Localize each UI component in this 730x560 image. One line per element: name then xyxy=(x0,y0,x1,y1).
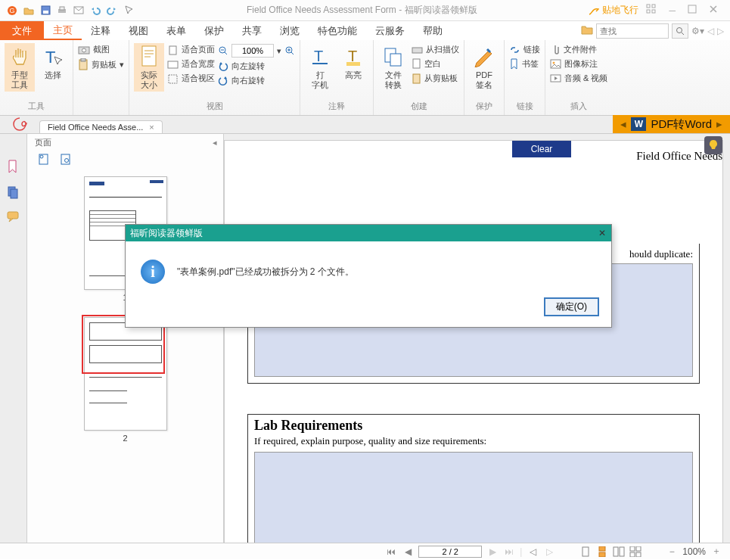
clipboard-button[interactable]: 剪贴板 ▾ xyxy=(78,58,124,71)
svg-rect-20 xyxy=(168,61,178,68)
minimize-icon[interactable]: ─ xyxy=(669,5,676,16)
quick-access-toolbar: G xyxy=(0,5,135,17)
thumb-grid-icon[interactable] xyxy=(38,153,49,167)
image-stamp-button[interactable]: 图像标注 xyxy=(550,58,607,70)
clear-button[interactable]: Clear xyxy=(512,141,571,157)
document-view[interactable]: Clear Field Office Needs hould duplicate… xyxy=(224,134,730,543)
open-icon[interactable] xyxy=(23,5,35,17)
page-input[interactable] xyxy=(418,546,482,558)
thumb-2[interactable]: 2 xyxy=(84,317,167,443)
paste-fly-button[interactable]: 贴地飞行 xyxy=(589,4,638,17)
last-page-icon[interactable]: ⏭ xyxy=(503,546,515,558)
typewriter-button[interactable]: T 打 字机 xyxy=(305,43,335,92)
save-icon[interactable] xyxy=(39,5,51,17)
single-page-icon[interactable] xyxy=(579,546,592,558)
pdf-sign-button[interactable]: PDF 签名 xyxy=(469,43,499,92)
tab-browse[interactable]: 浏览 xyxy=(271,21,309,40)
zoom-controls[interactable]: ▾ xyxy=(218,43,295,58)
svg-rect-48 xyxy=(630,546,635,551)
continuous-facing-icon[interactable] xyxy=(629,546,641,558)
nav-fwd-icon[interactable]: ▷ xyxy=(543,546,555,558)
facing-icon[interactable] xyxy=(613,546,625,558)
link-button[interactable]: 链接 xyxy=(509,43,540,56)
actual-size-button[interactable]: 实际 大小 xyxy=(134,43,164,92)
window-controls: ─ xyxy=(646,4,730,17)
doc-tab[interactable]: Field Office Needs Asse... × xyxy=(39,120,163,133)
redo-icon[interactable] xyxy=(106,5,118,17)
bookmarks-icon[interactable] xyxy=(7,160,20,173)
lab-text: If required, explain purpose, quality an… xyxy=(254,435,693,447)
svg-text:T: T xyxy=(348,48,357,64)
svg-rect-25 xyxy=(312,63,328,64)
select-tool-button[interactable]: T 选择 xyxy=(38,43,68,82)
svg-text:T: T xyxy=(314,48,323,64)
tab-feature[interactable]: 特色功能 xyxy=(309,21,366,40)
bookmark-button[interactable]: 书签 xyxy=(509,58,540,70)
group-create: 文件 转换 从扫描仪 空白 从剪贴板 创建 xyxy=(374,40,464,115)
fit-page-button[interactable]: 适合页面 xyxy=(167,43,215,56)
pages-icon[interactable] xyxy=(7,185,20,199)
highlight-button[interactable]: T 高亮 xyxy=(338,43,368,82)
fit-width-button[interactable]: 适合宽度 xyxy=(167,58,215,70)
fit-visible-button[interactable]: 适合视区 xyxy=(167,72,215,85)
ok-button[interactable]: 确定(O) xyxy=(544,297,599,316)
tab-cloud[interactable]: 云服务 xyxy=(366,21,414,40)
rotate-left-button[interactable]: 向左旋转 xyxy=(218,60,295,73)
nav-back-icon[interactable]: ◁ xyxy=(527,546,539,558)
find-folder-icon[interactable] xyxy=(581,24,593,37)
svg-rect-3 xyxy=(43,11,48,14)
blank-button[interactable]: 空白 xyxy=(412,58,459,70)
tab-home[interactable]: 主页 xyxy=(44,21,82,40)
dialog-close-icon[interactable]: ✕ xyxy=(593,228,611,238)
svg-point-12 xyxy=(677,27,682,33)
cursor-icon[interactable] xyxy=(123,5,135,17)
search-button[interactable] xyxy=(672,23,688,39)
search-input[interactable] xyxy=(596,23,669,39)
next-page-icon[interactable]: ▶ xyxy=(486,546,499,558)
close-icon[interactable] xyxy=(709,5,718,16)
hand-tool-button[interactable]: 手型 工具 xyxy=(5,43,35,92)
thumb-zoom-icon[interactable] xyxy=(60,153,71,167)
tab-view[interactable]: 视图 xyxy=(120,21,157,40)
prev-find-icon[interactable]: ◁ xyxy=(707,26,714,36)
attach-button[interactable]: 文件附件 xyxy=(550,43,607,56)
svg-rect-38 xyxy=(8,212,18,219)
convert-button[interactable]: 文件 转换 xyxy=(378,43,408,92)
print-icon[interactable] xyxy=(56,5,68,17)
tab-protect[interactable]: 保护 xyxy=(195,21,233,40)
undo-icon[interactable] xyxy=(89,5,101,17)
from-clipboard-button[interactable]: 从剪贴板 xyxy=(412,72,459,85)
zoom-out-icon[interactable]: − xyxy=(666,546,678,558)
tab-help[interactable]: 帮助 xyxy=(414,21,452,40)
snapshot-button[interactable]: 截图 xyxy=(78,43,124,56)
svg-rect-11 xyxy=(688,5,696,13)
rotate-right-button[interactable]: 向右旋转 xyxy=(218,74,295,87)
next-find-icon[interactable]: ▷ xyxy=(717,26,724,36)
file-tab[interactable]: 文件 xyxy=(0,21,44,40)
prev-page-icon[interactable]: ◀ xyxy=(402,546,414,558)
group-tools: 手型 工具 T 选择 工具 xyxy=(0,40,73,115)
gear-icon[interactable]: ⚙▾ xyxy=(691,26,704,36)
ribbon-toggle-icon[interactable] xyxy=(646,4,657,17)
zoom-input[interactable] xyxy=(231,44,274,58)
pdf-to-word-button[interactable]: ◂ W PDF转Word ▸ xyxy=(613,115,730,133)
audio-video-button[interactable]: 音频 & 视频 xyxy=(550,72,607,85)
svg-point-40 xyxy=(40,155,43,158)
first-page-icon[interactable]: ⏮ xyxy=(385,546,397,558)
from-scanner-button[interactable]: 从扫描仪 xyxy=(412,43,459,56)
comments-icon[interactable] xyxy=(7,211,20,225)
zoom-in-icon[interactable]: ＋ xyxy=(710,546,722,558)
maximize-icon[interactable] xyxy=(688,5,697,16)
continuous-icon[interactable] xyxy=(596,546,608,558)
hint-bulb-icon[interactable] xyxy=(704,136,722,154)
dialog-title-bar[interactable]: 福昕阅读器领鲜版 ✕ xyxy=(126,225,611,241)
start-icon[interactable] xyxy=(0,115,39,133)
close-tab-icon[interactable]: × xyxy=(149,123,154,132)
form-field-2[interactable] xyxy=(254,452,693,543)
tab-annot[interactable]: 注释 xyxy=(82,21,120,40)
tab-share[interactable]: 共享 xyxy=(233,21,271,40)
panel-menu-icon[interactable]: ◂ xyxy=(213,138,217,148)
email-icon[interactable] xyxy=(73,5,85,17)
tab-form[interactable]: 表单 xyxy=(157,21,195,40)
svg-rect-49 xyxy=(636,546,641,551)
